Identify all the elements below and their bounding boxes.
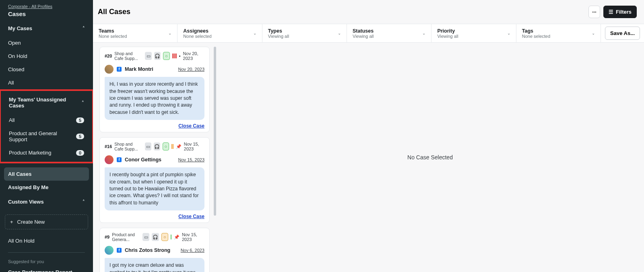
more-button[interactable]: ··· [588, 6, 600, 18]
case-card[interactable]: #16Shop and Cafe Supp...▭🎧○📌Nov 15, 2023… [99, 137, 210, 223]
sidebar-item-closed[interactable]: Closed [0, 63, 93, 76]
user-date[interactable]: Nov 6, 2023 [181, 248, 204, 253]
card-date: Nov 15, 2023 [184, 142, 204, 151]
section-label: My Cases [8, 25, 32, 31]
headset-icon: 🎧 [154, 52, 161, 60]
filter-sub: Viewing all [268, 34, 289, 39]
section-label: Custom Views [8, 199, 44, 205]
filter-label: Teams [99, 28, 127, 34]
sidebar: Corporate - All Profiles Cases My Cases … [0, 0, 93, 272]
message-bubble: I got my ice cream deluxe and was excite… [105, 258, 204, 272]
pin-icon: 📌 [174, 235, 180, 240]
sidebar-item-unassigned-product-support[interactable]: Product and General Support 5 [1, 127, 92, 146]
team-chip: Shop and Cafe Supp... [114, 51, 142, 61]
message-bubble: I recently bought a pint of pumpkin spik… [105, 167, 204, 210]
chevron-down-icon: ⌄ [592, 31, 595, 35]
status-icon: ○ [163, 142, 169, 150]
create-new-button[interactable]: + Create New [5, 214, 88, 229]
sidebar-item-all-cases[interactable]: All Cases [4, 167, 89, 181]
status-icon: ○ [161, 233, 168, 241]
filters-button[interactable]: ☰ Filters [603, 6, 637, 18]
sidebar-item-label: Product and General Support [9, 130, 76, 142]
user-name: Mark Montri [125, 66, 153, 72]
status-icon: ○ [163, 52, 170, 60]
chevron-down-icon: ⌄ [253, 31, 256, 35]
case-card[interactable]: #20Shop and Cafe Supp...▭🎧○▪Nov 20, 2023… [99, 47, 210, 132]
content-area: #20Shop and Cafe Supp...▭🎧○▪Nov 20, 2023… [93, 43, 644, 272]
chevron-up-icon: ˄ [82, 100, 84, 105]
note-icon: ▭ [145, 52, 151, 60]
user-date[interactable]: Nov 15, 2023 [178, 157, 204, 162]
close-case-link[interactable]: Close Case [105, 214, 204, 219]
filter-priority[interactable]: PriorityViewing all ⌄ [431, 24, 516, 42]
flag-icon: ▪ [179, 54, 181, 58]
section-custom-views[interactable]: Custom Views ˄ [0, 194, 93, 210]
filter-sub: None selected [522, 34, 550, 39]
card-header: #16Shop and Cafe Supp...▭🎧○📌Nov 15, 2023 [105, 142, 204, 151]
topbar: All Cases ··· ☰ Filters [93, 0, 644, 24]
card-user-row: fMark MontriNov 20, 2023 [105, 65, 204, 74]
sidebar-item-label: All On Hold [8, 238, 35, 244]
card-header: #20Shop and Cafe Supp...▭🎧○▪Nov 20, 2023 [105, 51, 204, 61]
sidebar-item-unassigned-all[interactable]: All 5 [1, 113, 92, 127]
filter-statuses[interactable]: StatusesViewing all ⌄ [347, 24, 431, 42]
sidebar-title: Cases [8, 10, 85, 17]
filter-label: Assignees [183, 28, 211, 34]
main-area: All Cases ··· ☰ Filters TeamsNone select… [93, 0, 644, 272]
filter-icon: ☰ [609, 9, 613, 15]
sidebar-item-label: Assigned By Me [8, 184, 48, 190]
sidebar-item-assigned-by-me[interactable]: Assigned By Me [0, 181, 93, 194]
user-name: Chris Zotos Strong [125, 247, 170, 253]
sidebar-item-label: Case Performance Report [8, 269, 72, 272]
filter-tags[interactable]: TagsNone selected ⌄ [516, 24, 601, 42]
case-number: #9 [105, 235, 109, 239]
save-as-button[interactable]: Save As... [605, 27, 640, 40]
filter-types[interactable]: TypesViewing all ⌄ [262, 24, 347, 42]
facebook-icon: f [117, 157, 122, 162]
avatar [105, 65, 114, 74]
profile-link[interactable]: Corporate - All Profiles [8, 4, 85, 9]
sidebar-item-all[interactable]: All [0, 76, 93, 89]
filters-label: Filters [616, 9, 632, 15]
sidebar-item-label: Open [8, 40, 21, 46]
priority-bars [171, 144, 173, 149]
section-unassigned[interactable]: My Teams' Unassigned Cases ˄ [1, 92, 92, 113]
chevron-down-icon: ⌄ [338, 31, 341, 35]
sidebar-item-open[interactable]: Open [0, 36, 93, 49]
case-card[interactable]: #9Product and Genera...▭🎧○📌Nov 15, 2023f… [99, 228, 210, 272]
case-list[interactable]: #20Shop and Cafe Supp...▭🎧○▪Nov 20, 2023… [93, 43, 214, 272]
chevron-up-icon: ˄ [83, 199, 85, 204]
top-actions: ··· ☰ Filters [588, 6, 637, 18]
highlighted-section: My Teams' Unassigned Cases ˄ All 5 Produ… [0, 89, 93, 163]
sidebar-item-case-performance[interactable]: Case Performance Report [0, 266, 93, 272]
case-detail-empty: No Case Selected [216, 43, 644, 272]
section-my-cases[interactable]: My Cases ˄ [0, 21, 93, 36]
filter-label: Types [268, 28, 289, 34]
filter-sub: None selected [99, 34, 127, 39]
headset-icon: 🎧 [152, 233, 159, 241]
facebook-icon: f [117, 67, 122, 72]
save-as-cell: Save As... [601, 24, 644, 42]
sidebar-header: Corporate - All Profiles Cases [0, 0, 93, 21]
chevron-up-icon: ˄ [83, 26, 85, 31]
chevron-down-icon: ⌄ [168, 31, 171, 35]
chevron-down-icon: ⌄ [422, 31, 425, 35]
count-badge: 0 [76, 150, 84, 156]
pin-icon: 📌 [176, 144, 182, 149]
page-title: All Cases [98, 8, 130, 16]
message-bubble: Hi, I was in your store recently and I t… [105, 77, 204, 120]
divider [8, 252, 85, 253]
sidebar-item-unassigned-marketing[interactable]: Product Marketing 0 [1, 146, 92, 159]
card-user-row: fChris Zotos StrongNov 6, 2023 [105, 246, 204, 255]
filter-label: Statuses [353, 28, 374, 34]
sidebar-item-onhold[interactable]: On Hold [0, 49, 93, 63]
sidebar-item-all-on-hold[interactable]: All On Hold [0, 234, 93, 247]
facebook-icon: f [117, 248, 122, 253]
count-badge: 5 [76, 117, 84, 123]
filter-assignees[interactable]: AssigneesNone selected ⌄ [178, 24, 262, 42]
case-number: #16 [105, 144, 112, 149]
filter-teams[interactable]: TeamsNone selected ⌄ [93, 24, 178, 42]
chevron-down-icon: ⌄ [507, 31, 510, 35]
user-date[interactable]: Nov 20, 2023 [178, 67, 204, 72]
close-case-link[interactable]: Close Case [105, 123, 204, 129]
